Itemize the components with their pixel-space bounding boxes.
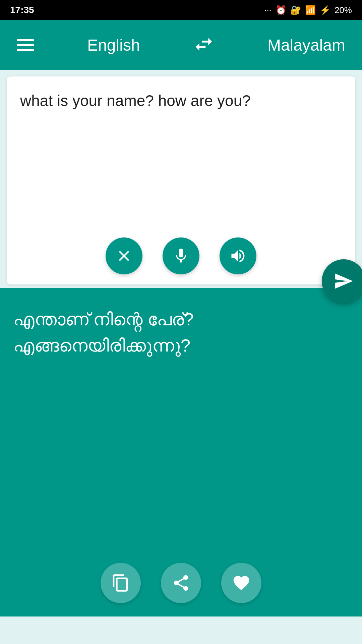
hamburger-icon <box>17 39 34 41</box>
favorite-button[interactable] <box>221 563 261 603</box>
source-text[interactable]: what is your name? how are you? <box>20 90 342 224</box>
translate-button[interactable] <box>322 259 362 303</box>
time-display: 17:35 <box>10 5 34 15</box>
close-icon <box>115 247 133 265</box>
translation-action-bar <box>13 563 349 603</box>
share-button[interactable] <box>161 563 201 603</box>
microphone-icon <box>172 247 190 265</box>
heart-icon <box>232 574 251 592</box>
more-icon: ··· <box>264 5 272 15</box>
battery-level: 20% <box>335 5 352 15</box>
speaker-button[interactable] <box>220 237 256 274</box>
status-icons: ··· ⏰ 🔐 📶 ⚡ 20% <box>264 5 352 15</box>
app-toolbar: English Malayalam <box>0 20 362 70</box>
translation-panel: എന്താണ് നിന്റെ പേര്? എങ്ങനെയിരിക്കുന്നു? <box>0 288 362 616</box>
swap-languages-button[interactable] <box>193 34 215 56</box>
hamburger-icon <box>17 49 34 51</box>
translated-text: എന്താണ് നിന്റെ പേര്? എങ്ങനെയിരിക്കുന്നു? <box>13 306 349 359</box>
send-icon <box>334 271 354 291</box>
hamburger-icon <box>17 44 34 46</box>
input-action-bar <box>20 237 342 274</box>
clear-button[interactable] <box>106 237 142 274</box>
signal-icon: 📶 <box>305 5 316 15</box>
menu-button[interactable] <box>17 39 34 51</box>
input-panel: what is your name? how are you? <box>7 76 355 284</box>
microphone-button[interactable] <box>163 237 199 274</box>
speaker-icon <box>229 247 247 265</box>
source-language-selector[interactable]: English <box>87 36 140 54</box>
status-bar: 17:35 ··· ⏰ 🔐 📶 ⚡ 20% <box>0 0 362 20</box>
sim-icon: 🔐 <box>290 5 301 15</box>
target-language-selector[interactable]: Malayalam <box>267 36 345 54</box>
charging-icon: ⚡ <box>320 5 330 15</box>
copy-button[interactable] <box>101 563 141 603</box>
share-icon <box>172 574 190 592</box>
copy-icon <box>111 574 130 592</box>
alarm-icon: ⏰ <box>276 5 286 15</box>
